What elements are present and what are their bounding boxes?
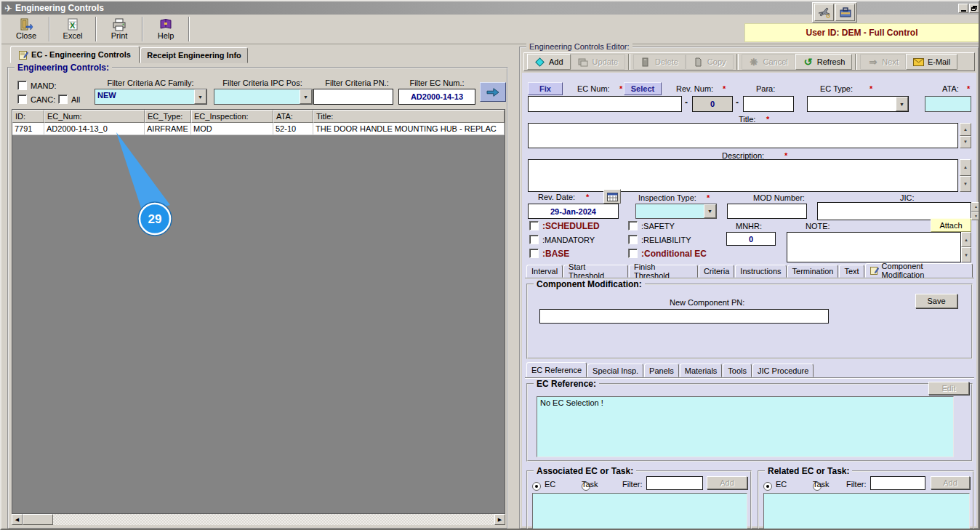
edit-button[interactable]: Edit [928, 382, 969, 395]
grid-header-cell[interactable]: EC_Inspection: [191, 110, 273, 123]
safety-checkbox[interactable] [628, 221, 638, 230]
filter-pn-input[interactable] [313, 89, 393, 105]
scroll-up-icon[interactable]: ▲ [971, 202, 980, 212]
help-button[interactable]: Help [145, 15, 186, 43]
grid-cell-id[interactable]: 7791 [12, 123, 44, 135]
title-scrollbar[interactable]: ▲ ▼ [960, 123, 971, 148]
inspection-type-dropdown[interactable]: ▼ [635, 204, 717, 219]
scroll-down-icon[interactable]: ▼ [960, 136, 971, 149]
next-button[interactable]: ⇒ Next [860, 54, 906, 70]
tab-interval[interactable]: Interval [526, 265, 563, 278]
related-ec-radio[interactable] [763, 482, 772, 491]
related-ec-list[interactable] [763, 493, 970, 530]
tab-text[interactable]: Text [839, 265, 864, 278]
tab-instructions[interactable]: Instructions [735, 265, 786, 278]
note-scrollbar[interactable]: ▲ ▼ [961, 232, 971, 262]
tab-special-insp[interactable]: Special Insp. [587, 364, 643, 377]
tab-receipt-engineering-info[interactable]: Receipt Engineering Info [140, 47, 248, 63]
chevron-down-icon[interactable]: ▼ [300, 89, 312, 104]
ec-type-dropdown[interactable]: ▼ [807, 96, 909, 112]
grid-cell-title[interactable]: THE DOOR HANDLE MOUNTING HUB - REPLAC [313, 123, 505, 135]
title-textarea[interactable] [528, 123, 958, 148]
rev-num-field[interactable]: 0 [692, 96, 733, 112]
scrollbar-track[interactable] [23, 514, 494, 525]
base-checkbox[interactable] [529, 249, 539, 258]
chevron-down-icon[interactable]: ▼ [896, 97, 908, 111]
chevron-down-icon[interactable]: ▼ [194, 89, 206, 104]
grid-cell-ec-inspection[interactable]: MOD [191, 123, 273, 135]
excel-button[interactable]: X Excel [52, 15, 93, 43]
grid-header-cell[interactable]: Title: [313, 110, 505, 123]
associated-ec-radio[interactable] [532, 482, 541, 491]
grid-cell-ec-type[interactable]: AIRFRAME [145, 123, 191, 135]
note-textarea[interactable] [787, 232, 961, 262]
associated-ec-list[interactable] [532, 493, 747, 530]
calendar-button[interactable] [603, 189, 621, 204]
grid-data-row[interactable]: 7791 AD2000-14-13_0 AIRFRAME MOD 52-10 T… [12, 123, 505, 135]
associated-add-button[interactable]: Add [707, 476, 747, 489]
filter-ac-family-dropdown[interactable]: NEW ▼ [95, 89, 207, 105]
conditional-ec-checkbox[interactable] [628, 249, 638, 258]
para-input[interactable] [743, 96, 794, 112]
mod-number-input[interactable] [727, 204, 807, 219]
grid-cell-ata[interactable]: 52-10 [273, 123, 313, 135]
canc-checkbox[interactable] [17, 95, 27, 104]
new-component-pn-input[interactable] [539, 309, 829, 324]
rev-date-input[interactable]: 29-Jan-2024 [528, 204, 619, 219]
all-checkbox[interactable] [58, 95, 68, 104]
close-button[interactable]: Close [6, 15, 47, 43]
fix-button[interactable]: Fix [528, 82, 563, 95]
tab-tools[interactable]: Tools [723, 364, 752, 377]
scroll-down-icon[interactable]: ▼ [961, 247, 971, 262]
scroll-up-icon[interactable]: ▲ [960, 159, 971, 176]
scrollbar-thumb[interactable] [23, 514, 53, 525]
tab-materials[interactable]: Materials [680, 364, 723, 377]
scroll-right-icon[interactable]: ▶ [494, 514, 505, 525]
scroll-down-icon[interactable]: ▼ [960, 176, 971, 193]
tab-ec-reference[interactable]: EC Reference [526, 362, 587, 377]
restore-button[interactable] [969, 4, 979, 13]
description-textarea[interactable] [528, 159, 958, 192]
jic-scrollbar[interactable]: ▲ ▼ [971, 202, 980, 220]
grid-cell-ec-num[interactable]: AD2000-14-13_0 [44, 123, 145, 135]
ec-num-input[interactable] [528, 96, 682, 112]
tab-jic-procedure[interactable]: JIC Procedure [752, 364, 814, 377]
grid-header-cell[interactable]: EC_Type: [145, 110, 191, 123]
grid-header-cell[interactable]: ATA: [273, 110, 313, 123]
scroll-down-icon[interactable]: ▼ [971, 212, 980, 221]
mand-checkbox[interactable] [17, 81, 27, 90]
related-filter-input[interactable] [870, 476, 925, 490]
tab-component-modification[interactable]: Component Modification [865, 263, 973, 278]
delete-button[interactable]: Delete [633, 54, 686, 70]
filter-ipc-pos-dropdown[interactable]: ▼ [214, 89, 313, 105]
ec-reference-content[interactable]: No EC Selection ! [537, 396, 954, 457]
copy-button[interactable]: Copy [686, 54, 734, 70]
ata-input[interactable] [925, 96, 971, 112]
attach-button[interactable]: Attach [931, 218, 971, 232]
select-button[interactable]: Select [624, 82, 662, 95]
tab-ec-engineering-controls[interactable]: EC - Engineering Controls [10, 46, 140, 63]
add-button[interactable]: Add [527, 54, 571, 70]
save-button[interactable]: Save [915, 294, 957, 308]
scroll-up-icon[interactable]: ▲ [961, 232, 971, 247]
grid-header-cell[interactable]: ID: [12, 110, 44, 123]
description-scrollbar[interactable]: ▲ ▼ [960, 159, 971, 192]
tab-termination[interactable]: Termination [787, 265, 839, 278]
chevron-down-icon[interactable]: ▼ [704, 204, 716, 218]
grid-header-cell[interactable]: EC_Num: [44, 110, 145, 123]
mnhr-field[interactable]: 0 [726, 232, 776, 246]
grid-horizontal-scrollbar[interactable]: ◀ ▶ [12, 514, 505, 525]
related-add-button[interactable]: Add [931, 476, 970, 489]
tab-finish-threshold[interactable]: Finish Threshold [629, 265, 698, 278]
filter-ec-num-input[interactable]: AD2000-14-13 [398, 89, 475, 105]
refresh-button[interactable]: ↺ Refresh [795, 54, 853, 70]
tab-criteria[interactable]: Criteria [699, 265, 734, 278]
reliability-checkbox[interactable] [628, 235, 638, 244]
scheduled-checkbox[interactable] [529, 221, 539, 230]
apply-filter-button[interactable] [480, 82, 506, 102]
tab-panels[interactable]: Panels [644, 364, 679, 377]
associated-filter-input[interactable] [646, 476, 703, 490]
mandatory-checkbox[interactable] [529, 235, 539, 244]
print-button[interactable]: Print [99, 15, 140, 43]
tab-start-threshold[interactable]: Start Threshold [563, 265, 628, 278]
